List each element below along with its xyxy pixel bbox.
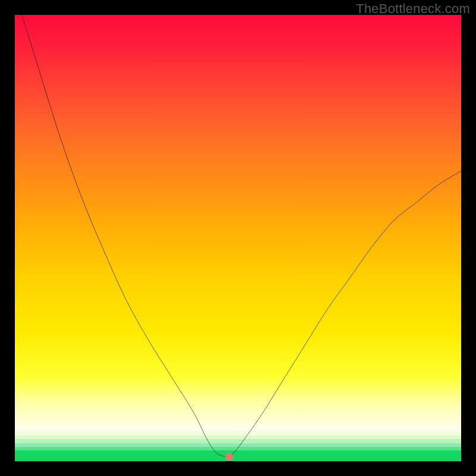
curve-svg [15, 15, 461, 461]
watermark-text: TheBottleneck.com [356, 1, 470, 17]
bottleneck-curve-path [15, 15, 461, 458]
chart-frame: TheBottleneck.com [0, 0, 476, 476]
plot-area [15, 15, 461, 461]
minimum-marker [225, 453, 233, 461]
